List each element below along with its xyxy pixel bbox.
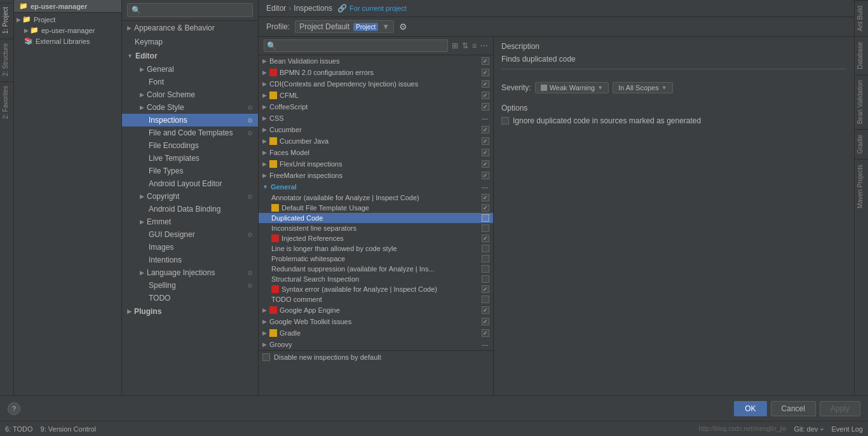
insp-checkbox[interactable]: ✓ [482, 235, 489, 242]
insp-checkbox[interactable]: ✓ [482, 126, 489, 133]
settings-item-font[interactable]: Font [122, 76, 258, 88]
settings-item-copyright[interactable]: ▶ Copyright ⚙ [122, 190, 258, 203]
insp-group-css[interactable]: ▶ CSS — [259, 112, 493, 124]
settings-group-appearance[interactable]: ▶ Appearance & Behavior [122, 21, 258, 35]
insp-checkbox[interactable]: ✓ [482, 306, 489, 314]
insp-checkbox[interactable]: ✓ [482, 103, 489, 111]
filter-button[interactable]: ⊞ [452, 41, 458, 50]
option-checkbox[interactable] [501, 117, 509, 125]
expand-all-button[interactable]: ⇅ [462, 41, 468, 50]
ant-build-tab[interactable]: Ant Build [855, 0, 868, 36]
disable-checkbox[interactable] [262, 353, 270, 361]
insp-item-injected-refs[interactable]: Injected References ✓ [259, 233, 493, 243]
insp-group-cfml[interactable]: ▶ CFML ✓ [259, 90, 493, 101]
settings-item-live-templates[interactable]: Live Templates [122, 152, 258, 165]
git-status[interactable]: Git: dev ÷ [794, 425, 824, 433]
cancel-button[interactable]: Cancel [771, 401, 816, 416]
insp-item-annotator[interactable]: Annotator (available for Analyze | Inspe… [259, 193, 493, 203]
settings-item-spelling[interactable]: Spelling ⚙ [122, 279, 258, 292]
collapse-all-button[interactable]: ≡ [472, 41, 477, 50]
insp-checkbox[interactable]: ✓ [482, 204, 489, 212]
tree-item-ep-user-manager[interactable]: ▶ 📁 ep-user-manager [14, 25, 121, 36]
insp-item-problematic-ws[interactable]: Problematic whitespace [259, 254, 493, 264]
insp-group-google-web[interactable]: ▶ Google Web Toolkit issues ✓ [259, 316, 493, 327]
settings-item-emmet[interactable]: ▶ Emmet [122, 215, 258, 228]
settings-group-editor[interactable]: ▼ Editor [122, 49, 258, 63]
settings-item-file-code-templates[interactable]: File and Code Templates ⚙ [122, 126, 258, 139]
insp-item-structural-search[interactable]: Structural Search Inspection [259, 274, 493, 284]
insp-checkbox[interactable] [482, 224, 489, 232]
settings-item-color-scheme[interactable]: ▶ Color Scheme [122, 88, 258, 101]
insp-item-duplicated-code[interactable]: Duplicated Code [259, 213, 493, 223]
gradle-tab[interactable]: Gradle [855, 129, 868, 159]
settings-group-plugins[interactable]: ▶ Plugins [122, 304, 258, 318]
insp-group-flexunit[interactable]: ▶ FlexUnit inspections ✓ [259, 158, 493, 170]
insp-checkbox[interactable] [482, 245, 489, 252]
settings-item-keymap[interactable]: Keymap [122, 35, 258, 49]
insp-group-cdi[interactable]: ▶ CDI(Contexts and Dependency Injection)… [259, 78, 493, 90]
ok-button[interactable]: OK [734, 401, 766, 416]
scope-select[interactable]: In All Scopes ▼ [613, 82, 673, 93]
insp-group-groovy[interactable]: ▶ Groovy — [259, 339, 493, 350]
help-button[interactable]: ? [8, 402, 20, 415]
insp-checkbox[interactable]: ✓ [482, 318, 489, 325]
insp-group-freemarker[interactable]: ▶ FreeMarker inspections ✓ [259, 170, 493, 181]
insp-checkbox[interactable] [482, 265, 489, 273]
structure-tab[interactable]: 2: Structure [0, 39, 13, 80]
project-tab[interactable]: 1: Project [0, 3, 13, 37]
insp-checkbox[interactable]: ✓ [482, 172, 489, 179]
insp-group-google-app[interactable]: ▶ Google App Engine ✓ [259, 304, 493, 316]
insp-checkbox[interactable] [482, 296, 489, 303]
tree-item-external-libs[interactable]: 📚 External Libraries [14, 36, 121, 46]
insp-group-gradle[interactable]: ▶ Gradle ✓ [259, 327, 493, 339]
more-button[interactable]: ⋯ [480, 41, 488, 50]
settings-item-general[interactable]: ▶ General [122, 63, 258, 76]
settings-item-intentions[interactable]: Intentions [122, 254, 258, 266]
version-control-tab[interactable]: 9: Version Control [41, 425, 96, 433]
insp-checkbox[interactable]: ✓ [482, 194, 489, 201]
inspections-search-input[interactable] [279, 41, 445, 50]
event-log-tab[interactable]: Event Log [831, 425, 863, 433]
insp-checkbox[interactable]: ✓ [482, 69, 489, 76]
insp-checkbox[interactable]: ✓ [482, 80, 489, 88]
profile-select[interactable]: Project Default Project ▼ [295, 20, 394, 33]
settings-item-inspections[interactable]: Inspections ⚙ [122, 114, 258, 126]
favorites-tab[interactable]: 2: Favorites [0, 81, 13, 123]
insp-item-todo-comment[interactable]: TODO comment [259, 294, 493, 304]
settings-item-todo[interactable]: TODO [122, 292, 258, 304]
insp-item-redundant[interactable]: Redundant suppression (available for Ana… [259, 264, 493, 274]
insp-group-cucumber-java[interactable]: ▶ Cucumber Java ✓ [259, 135, 493, 147]
tree-item-project[interactable]: ▶ 📁 Project [14, 14, 121, 25]
insp-group-bean-validation[interactable]: ▶ Bean Validation issues ✓ [259, 55, 493, 67]
insp-group-cucumber[interactable]: ▶ Cucumber ✓ [259, 124, 493, 135]
insp-group-faces[interactable]: ▶ Faces Model ✓ [259, 147, 493, 158]
apply-button[interactable]: Apply [820, 401, 860, 416]
settings-item-lang-injections[interactable]: ▶ Language Injections ⚙ [122, 266, 258, 279]
insp-checkbox[interactable]: ✓ [482, 57, 489, 65]
insp-checkbox[interactable]: ✓ [482, 149, 489, 156]
insp-checkbox[interactable]: ✓ [482, 329, 489, 337]
bean-validation-tab[interactable]: Bean Validation [855, 74, 868, 129]
settings-search-input[interactable] [127, 3, 253, 17]
insp-item-syntax-error[interactable]: Syntax error (available for Analyze | In… [259, 284, 493, 294]
insp-checkbox[interactable] [482, 275, 489, 283]
insp-checkbox[interactable]: ✓ [482, 137, 489, 145]
insp-checkbox[interactable]: ✓ [482, 285, 489, 293]
breadcrumb-link[interactable]: For current project [349, 4, 407, 12]
maven-tab[interactable]: Maven Projects [855, 159, 868, 214]
insp-checkbox[interactable]: ✓ [482, 160, 489, 168]
database-tab[interactable]: Database [855, 36, 868, 74]
profile-gear-button[interactable]: ⚙ [399, 22, 407, 32]
insp-item-inconsistent-line[interactable]: Inconsistent line separators [259, 223, 493, 233]
settings-item-file-encodings[interactable]: File Encodings [122, 139, 258, 152]
insp-group-bpmn[interactable]: ▶ BPMN 2.0 configuration errors ✓ [259, 67, 493, 78]
settings-item-images[interactable]: Images [122, 241, 258, 254]
insp-group-coffeescript[interactable]: ▶ CoffeeScript ✓ [259, 101, 493, 112]
insp-group-general[interactable]: ▼ General — [259, 181, 493, 193]
settings-item-gui-designer[interactable]: GUI Designer ⚙ [122, 228, 258, 241]
insp-checkbox[interactable]: ✓ [482, 92, 489, 99]
insp-item-default-template[interactable]: Default File Template Usage ✓ [259, 203, 493, 213]
severity-select[interactable]: Weak Warning ▼ [535, 82, 609, 93]
insp-checkbox[interactable] [482, 255, 489, 262]
insp-item-line-length[interactable]: Line is longer than allowed by code styl… [259, 243, 493, 254]
